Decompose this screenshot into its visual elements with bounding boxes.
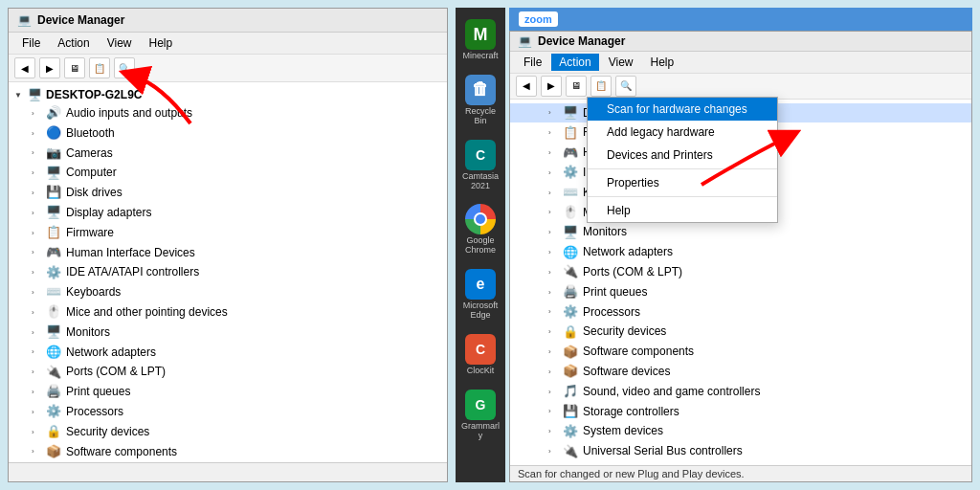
list-item[interactable]: › 🔒 Security devices [9, 422, 447, 442]
list-item[interactable]: › 🖥️ Monitors [9, 323, 447, 343]
list-item[interactable]: › ⌨️ Keyboards [9, 282, 447, 302]
taskbar-chrome[interactable]: Google Chrome [459, 200, 501, 259]
taskbar-edge[interactable]: e Microsoft Edge [459, 265, 501, 324]
right-back-button[interactable]: ◀ [516, 76, 537, 97]
scan-button[interactable]: 🔍 [114, 57, 135, 78]
ports-icon: 🔌 [46, 365, 61, 380]
right-print-icon: 🖨️ [563, 284, 578, 300]
print-icon: 🖨️ [46, 385, 61, 400]
list-item[interactable]: › 📦 Software components [9, 442, 447, 462]
taskbar-recycle[interactable]: 🗑 Recycle Bin [459, 71, 501, 130]
left-item-processors: Processors [66, 404, 123, 420]
list-item[interactable]: › 📦 Software components [510, 342, 971, 362]
list-item[interactable]: › 🔵 Bluetooth [9, 123, 447, 144]
left-menu-action[interactable]: Action [50, 34, 97, 52]
properties-button[interactable]: 📋 [89, 57, 110, 78]
right-menu-help[interactable]: Help [643, 54, 682, 71]
right-properties-button[interactable]: 📋 [590, 76, 612, 97]
audio-icon: 🔊 [46, 105, 61, 121]
list-item[interactable]: › ⚙️ Processors [510, 302, 971, 323]
right-menu-view[interactable]: View [601, 54, 641, 71]
left-item-disk: Disk drives [66, 185, 122, 201]
disk-icon: 💾 [46, 186, 61, 201]
dropdown-item-devices-printers[interactable]: Devices and Printers [588, 144, 777, 167]
left-menu-help[interactable]: Help [142, 34, 181, 52]
left-root-label: DESKTOP-G2L9C [46, 88, 142, 101]
list-item[interactable]: › 🔌 Ports (COM & LPT) [510, 262, 971, 282]
cameras-icon: 📷 [46, 145, 61, 161]
list-item[interactable]: › 💾 Disk drives [9, 183, 447, 203]
right-titlebar: 💻 Device Manager [510, 32, 971, 52]
root-icon: 🖥️ [28, 88, 42, 101]
left-item-security: Security devices [66, 424, 149, 440]
right-monitor-icon: 🖥️ [563, 225, 578, 240]
list-item[interactable]: › 🌐 Network adapters [510, 242, 971, 262]
list-item[interactable]: › 🖱️ Mice and other pointing devices [9, 302, 447, 323]
ide-icon: ⚙️ [46, 265, 61, 280]
firmware-icon: 📋 [46, 225, 61, 240]
left-item-print: Print queues [66, 384, 130, 400]
list-item[interactable]: › 🔌 Universal Serial Bus controllers [510, 441, 971, 461]
right-security-icon: 🔒 [563, 324, 578, 340]
taskbar-grammarly[interactable]: G Grammarly [459, 386, 501, 445]
desktop-right: zoom 💻 Device Manager File Action View H… [509, 8, 972, 482]
right-menu-file[interactable]: File [516, 54, 549, 71]
right-status-bar: Scan for changed or new Plug and Play de… [510, 465, 971, 481]
right-display-icon: 🖥️ [563, 105, 578, 121]
list-item[interactable]: › ⚙️ Processors [9, 402, 447, 422]
list-item[interactable]: › 🔊 Audio inputs and outputs [9, 103, 447, 123]
computer-icon: 🖥️ [46, 166, 61, 181]
hid-icon: 🎮 [46, 245, 61, 260]
list-item[interactable]: › 📷 Cameras [9, 144, 447, 164]
list-item[interactable]: › 🖥️ Display adapters [9, 203, 447, 223]
taskbar-clockit[interactable]: C ClocKit [459, 330, 501, 380]
list-item[interactable]: › ⚙️ IDE ATA/ATAPI controllers [9, 262, 447, 282]
list-item[interactable]: › 🔌 Ports (COM & LPT) [9, 362, 447, 382]
left-menu-file[interactable]: File [14, 34, 48, 52]
grammarly-icon: G [465, 390, 496, 420]
right-item-print: Print queues [583, 284, 647, 301]
taskbar-camtasia[interactable]: C Camtasia 2021 [459, 136, 501, 195]
list-item[interactable]: › ⚙️ System devices [510, 421, 971, 441]
edge-icon: e [465, 269, 496, 300]
monitor-icon: 🖥️ [46, 324, 61, 340]
right-ports-icon: 🔌 [563, 264, 578, 279]
dropdown-item-scan[interactable]: Scan for hardware changes [588, 98, 777, 121]
right-scan-button[interactable]: 🔍 [615, 76, 636, 97]
right-system-icon: ⚙️ [563, 424, 578, 439]
left-item-firmware: Firmware [66, 225, 114, 241]
left-item-display: Display adapters [66, 205, 151, 221]
list-item[interactable]: › 🎮 Human Interface Devices [9, 243, 447, 263]
right-forward-button[interactable]: ▶ [541, 76, 562, 97]
forward-button[interactable]: ▶ [39, 57, 60, 78]
right-computer-button[interactable]: 🖥 [566, 76, 587, 97]
camtasia-label: Camtasia 2021 [461, 172, 500, 191]
list-item[interactable]: › 📋 Firmware [9, 223, 447, 243]
computer-button[interactable]: 🖥 [64, 57, 85, 78]
right-usb-icon: 🔌 [563, 444, 578, 459]
right-window-title: Device Manager [538, 34, 625, 48]
dropdown-item-properties[interactable]: Properties [588, 171, 777, 194]
list-item[interactable]: › 💾 Storage controllers [510, 402, 971, 422]
left-window-title: Device Manager [37, 13, 124, 27]
dropdown-item-add-legacy[interactable]: Add legacy hardware [588, 121, 777, 144]
right-panel: M Minecraft 🗑 Recycle Bin C Camtasia 202… [456, 8, 972, 482]
list-item[interactable]: › 🖨️ Print queues [510, 282, 971, 302]
taskbar-minecraft[interactable]: M Minecraft [459, 15, 501, 65]
dropdown-item-help[interactable]: Help [588, 199, 777, 222]
left-tree-root[interactable]: ▼ 🖥️ DESKTOP-G2L9C [9, 86, 447, 103]
left-status-bar [9, 462, 447, 481]
left-menu-view[interactable]: View [100, 34, 140, 52]
list-item[interactable]: › 📦 Software devices [510, 362, 971, 382]
zoom-bar: zoom [509, 8, 972, 31]
list-item[interactable]: › 🎵 Sound, video and game controllers [510, 382, 971, 402]
list-item[interactable]: › 🌐 Network adapters [9, 343, 447, 363]
right-menu-action[interactable]: Action [551, 54, 598, 71]
back-button[interactable]: ◀ [14, 57, 35, 78]
recycle-bin-icon: 🗑 [465, 75, 496, 105]
right-item-usb: Universal Serial Bus controllers [583, 443, 743, 459]
list-item[interactable]: › 🔒 Security devices [510, 322, 971, 342]
list-item[interactable]: › 🖥️ Monitors [510, 222, 971, 242]
list-item[interactable]: › 🖨️ Print queues [9, 382, 447, 402]
list-item[interactable]: › 🖥️ Computer [9, 163, 447, 183]
